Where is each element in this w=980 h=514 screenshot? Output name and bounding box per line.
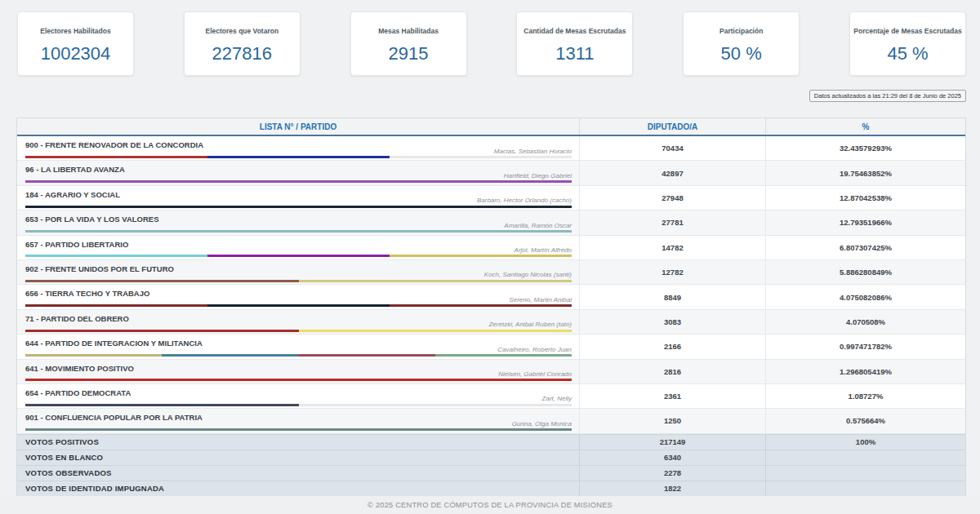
summary-label: VOTOS DE IDENTIDAD IMPUGNADA bbox=[17, 484, 579, 493]
candidate-name: Zart, Nelly bbox=[542, 395, 572, 402]
party-color-bar bbox=[25, 206, 572, 208]
table-row: 641 - MOVIMIENTO POSITIVO Nielsen, Gabri… bbox=[17, 360, 965, 384]
party-color-bar bbox=[25, 354, 572, 357]
party-color-bar bbox=[25, 428, 572, 431]
candidate-name: Koch, Santiago Nicolas (santi) bbox=[484, 271, 572, 278]
stat-cards: Electores Habilitados 1002304 Electores … bbox=[17, 11, 966, 76]
party-name: 653 - POR LA VIDA Y LOS VALORES bbox=[25, 215, 158, 224]
party-name: 900 - FRENTE RENOVADOR DE LA CONCORDIA bbox=[25, 140, 203, 149]
stat-card-value: 45 % bbox=[850, 43, 965, 64]
percent-cell: 19.75463852% bbox=[765, 161, 965, 184]
votes-cell: 12782 bbox=[579, 260, 765, 284]
candidate-name: Arjol, Martín Alfredo bbox=[514, 246, 572, 254]
candidate-name: Sereno, Martin Anibal bbox=[509, 296, 572, 304]
stat-card-value: 1002304 bbox=[18, 43, 133, 64]
votes-cell: 27948 bbox=[579, 186, 765, 210]
party-name: 641 - MOVIMIENTO POSITIVO bbox=[25, 364, 134, 373]
party-color-bar bbox=[25, 404, 572, 406]
table-header: LISTA N° / PARTIDO DIPUTADO/A % bbox=[17, 118, 965, 136]
footer-text: © 2025 CENTRO DE CÓMPUTOS DE LA PROVINCI… bbox=[0, 496, 980, 514]
table-row: 901 - CONFLUENCIA POPULAR POR LA PATRIA … bbox=[17, 409, 965, 433]
stat-card-label: Cantidad de Mesas Escrutadas bbox=[517, 27, 632, 35]
party-name: 657 - PARTIDO LIBERTARIO bbox=[25, 240, 128, 249]
candidate-name: Zeretzki, Anibal Ruben (tato) bbox=[488, 321, 572, 328]
stat-card-value: 50 % bbox=[684, 43, 799, 64]
party-name: 902 - FRENTE UNIDOS POR EL FUTURO bbox=[25, 264, 174, 273]
party-name: 656 - TIERRA TECHO Y TRABAJO bbox=[25, 289, 149, 298]
party-name: 901 - CONFLUENCIA POPULAR POR LA PATRIA bbox=[25, 413, 203, 422]
stat-card: Electores Habilitados 1002304 bbox=[17, 11, 134, 76]
stat-card-value: 227816 bbox=[185, 43, 300, 64]
summary-row: VOTOS EN BLANCO 6340 bbox=[17, 450, 965, 465]
table-row: 654 - PARTIDO DEMOCRATA Zart, Nelly 2361… bbox=[17, 384, 965, 409]
percent-cell: 4.070508% bbox=[765, 310, 965, 334]
votes-cell: 2816 bbox=[579, 360, 765, 383]
candidate-name: Nielsen, Gabriel Conrado bbox=[498, 370, 572, 378]
votes-cell: 3083 bbox=[579, 310, 765, 334]
summary-votes-cell: 2278 bbox=[579, 466, 765, 481]
column-header-percent: % bbox=[765, 118, 965, 135]
stat-card: Electores que Votaron 227816 bbox=[184, 11, 301, 76]
results-table: LISTA N° / PARTIDO DIPUTADO/A % 900 - FR… bbox=[16, 117, 966, 498]
candidate-name: Barbaro, Hector Orlando (cacho) bbox=[477, 197, 572, 204]
percent-cell: 4.075082086% bbox=[765, 285, 965, 308]
table-row: 653 - POR LA VIDA Y LOS VALORES Amarilla… bbox=[17, 210, 965, 235]
party-name: 71 - PARTIDO DEL OBRERO bbox=[25, 314, 129, 323]
party-name: 644 - PARTIDO DE INTEGRACION Y MILITANCI… bbox=[25, 339, 203, 348]
column-header-diputado: DIPUTADO/A bbox=[579, 118, 765, 135]
table-row: 184 - AGRARIO Y SOCIAL Barbaro, Hector O… bbox=[17, 186, 965, 210]
stat-card: Participación 50 % bbox=[683, 11, 800, 76]
summary-row: VOTOS OBSERVADOS 2278 bbox=[17, 465, 965, 481]
table-row: 96 - LA LIBERTAD AVANZA Hartfield, Diego… bbox=[17, 161, 965, 185]
summary-percent-cell bbox=[765, 466, 965, 481]
stat-card-value: 2915 bbox=[351, 43, 466, 64]
party-name: 654 - PARTIDO DEMOCRATA bbox=[25, 388, 131, 397]
party-color-bar bbox=[25, 379, 572, 381]
summary-row: VOTOS POSITIVOS 217149 100% bbox=[17, 434, 965, 450]
candidate-name: Cavalheiro, Roberto Juan bbox=[497, 346, 572, 353]
stat-card-label: Electores que Votaron bbox=[185, 27, 300, 35]
party-color-bar bbox=[25, 304, 572, 307]
summary-label: VOTOS POSITIVOS bbox=[17, 437, 579, 446]
votes-cell: 27781 bbox=[579, 210, 765, 234]
votes-cell: 2166 bbox=[579, 335, 765, 358]
summary-votes-cell: 6340 bbox=[579, 450, 765, 465]
table-row: 656 - TIERRA TECHO Y TRABAJO Sereno, Mar… bbox=[17, 285, 965, 309]
summary-label: VOTOS EN BLANCO bbox=[17, 453, 579, 462]
table-row: 71 - PARTIDO DEL OBRERO Zeretzki, Anibal… bbox=[17, 310, 965, 335]
summary-label: VOTOS OBSERVADOS bbox=[17, 468, 579, 477]
candidate-name: Macias, Sebastian Horacio bbox=[494, 148, 572, 155]
table-row: 644 - PARTIDO DE INTEGRACION Y MILITANCI… bbox=[17, 335, 965, 359]
party-color-bar bbox=[25, 255, 572, 257]
candidate-name: Hartfield, Diego Gabriel bbox=[504, 172, 572, 179]
stat-card-label: Electores Habilitados bbox=[18, 27, 133, 35]
votes-cell: 14782 bbox=[579, 236, 765, 259]
party-color-bar bbox=[25, 230, 572, 233]
votes-cell: 8849 bbox=[579, 285, 765, 308]
summary-row: VOTOS DE IDENTIDAD IMPUGNADA 1822 bbox=[17, 481, 965, 496]
percent-cell: 32.43579293% bbox=[765, 136, 965, 160]
percent-cell: 1.08727% bbox=[765, 384, 965, 408]
stat-card-label: Mesas Habilitadas bbox=[351, 27, 466, 35]
stat-card-label: Porcentaje de Mesas Escrutadas bbox=[850, 27, 965, 35]
percent-cell: 1.296805419% bbox=[765, 360, 965, 383]
percent-cell: 5.886280849% bbox=[765, 260, 965, 284]
update-note: Datos actualizados a las 21:29 del 8 de … bbox=[809, 90, 966, 102]
percent-cell: 12.87042538% bbox=[765, 186, 965, 210]
votes-cell: 1250 bbox=[579, 409, 765, 432]
percent-cell: 12.79351966% bbox=[765, 210, 965, 234]
table-row: 902 - FRENTE UNIDOS POR EL FUTURO Koch, … bbox=[17, 260, 965, 285]
candidate-name: Gurina, Olga Monica bbox=[512, 420, 572, 428]
stat-card-value: 1311 bbox=[517, 43, 632, 64]
summary-percent-cell bbox=[765, 450, 965, 465]
percent-cell: 6.807307425% bbox=[765, 236, 965, 259]
percent-cell: 0.997471782% bbox=[765, 335, 965, 358]
party-color-bar bbox=[25, 280, 572, 282]
party-color-bar bbox=[25, 180, 572, 183]
summary-votes-cell: 217149 bbox=[579, 435, 765, 450]
table-row: 657 - PARTIDO LIBERTARIO Arjol, Martín A… bbox=[17, 236, 965, 260]
party-color-bar bbox=[25, 156, 572, 158]
votes-cell: 42897 bbox=[579, 161, 765, 184]
candidate-name: Amarilla, Ramón Oscar bbox=[504, 222, 572, 229]
column-header-partido: LISTA N° / PARTIDO bbox=[17, 122, 579, 131]
